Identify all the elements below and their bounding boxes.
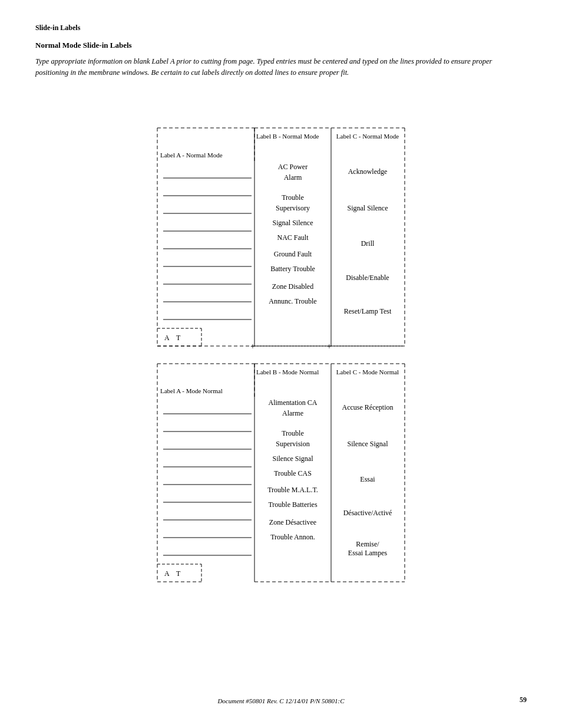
svg-text:Accuse Réception: Accuse Réception — [342, 403, 394, 411]
svg-text:+: + — [327, 342, 332, 351]
page-number: 59 — [520, 696, 527, 704]
label-diagram: A T Label A - Normal Mode Label B - Norm… — [75, 93, 487, 623]
svg-text:Alarm: Alarm — [284, 173, 302, 182]
svg-text:AC Power: AC Power — [278, 163, 308, 171]
svg-text:Signal Silence: Signal Silence — [273, 219, 313, 227]
svg-text:Essai Lampes: Essai Lampes — [348, 549, 388, 557]
svg-text:Silence Signal: Silence Signal — [348, 440, 389, 448]
svg-text:T: T — [176, 569, 181, 578]
svg-text:Supervision: Supervision — [276, 440, 309, 448]
svg-text:T: T — [176, 334, 181, 342]
svg-text:Zone Disabled: Zone Disabled — [272, 282, 313, 291]
svg-text:Zone Désactivee: Zone Désactivee — [269, 518, 316, 526]
svg-text:Label B - Mode Normal: Label B - Mode Normal — [256, 368, 319, 375]
svg-text:Reset/Lamp Test: Reset/Lamp Test — [344, 307, 392, 315]
svg-text:Disable/Enable: Disable/Enable — [346, 274, 389, 282]
svg-text:Trouble Batteries: Trouble Batteries — [268, 500, 318, 509]
svg-text:Label A - Mode Normal: Label A - Mode Normal — [160, 387, 223, 394]
svg-text:Drill: Drill — [361, 239, 375, 248]
svg-text:Label A - Normal Mode: Label A - Normal Mode — [160, 151, 223, 159]
svg-text:Trouble: Trouble — [282, 429, 304, 437]
svg-text:Trouble M.A.L.T.: Trouble M.A.L.T. — [267, 486, 318, 494]
svg-text:Ground Fault: Ground Fault — [274, 250, 312, 258]
svg-text:+: + — [250, 342, 255, 351]
svg-text:Label B - Normal Mode: Label B - Normal Mode — [256, 133, 319, 140]
svg-text:Trouble Annon.: Trouble Annon. — [270, 533, 315, 541]
svg-text:A: A — [164, 569, 170, 578]
svg-text:Acknowledge: Acknowledge — [348, 167, 388, 176]
svg-text:Remise/: Remise/ — [356, 540, 379, 548]
svg-text:Trouble CAS: Trouble CAS — [274, 469, 312, 477]
page: Slide-in Labels Normal Mode Slide-in Lab… — [0, 0, 562, 728]
svg-text:Trouble: Trouble — [282, 193, 304, 202]
subsection-title: Normal Mode Slide-in Labels — [35, 41, 527, 50]
svg-text:Silence Signal: Silence Signal — [273, 454, 314, 463]
svg-text:Label C - Normal Mode: Label C - Normal Mode — [336, 133, 399, 140]
svg-text:Supervisory: Supervisory — [276, 204, 310, 212]
svg-text:Alarme: Alarme — [282, 409, 303, 417]
header-section: Slide-in Labels Normal Mode Slide-in Lab… — [35, 24, 527, 78]
svg-text:Désactive/Activé: Désactive/Activé — [343, 509, 392, 517]
section-title: Slide-in Labels — [35, 24, 527, 32]
svg-text:Signal Silence: Signal Silence — [348, 204, 388, 212]
svg-text:Battery Trouble: Battery Trouble — [270, 265, 315, 273]
svg-text:A: A — [164, 334, 170, 342]
svg-text:NAC Fault: NAC Fault — [277, 233, 309, 242]
svg-text:Label C - Mode Normal: Label C - Mode Normal — [336, 368, 399, 375]
svg-text:Alimentation CA: Alimentation CA — [269, 398, 318, 407]
svg-text:Essai: Essai — [360, 475, 375, 483]
footer-text: Document #50801 Rev. C 12/14/01 P/N 5080… — [0, 697, 562, 704]
svg-text:Annunc. Trouble: Annunc. Trouble — [269, 297, 316, 305]
intro-text: Type appropriate information on blank La… — [35, 56, 527, 78]
